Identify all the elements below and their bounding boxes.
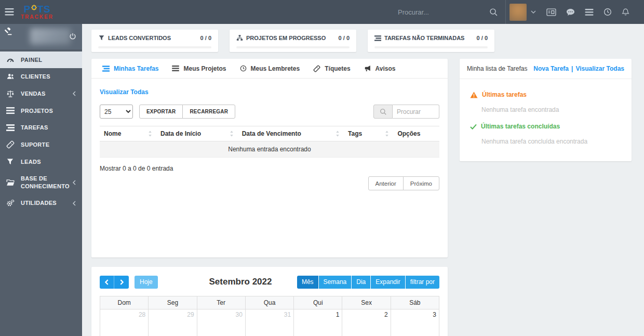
sidebar-item-base-de-conhecimento[interactable]: BASE DE CONHECIMENTO (0, 170, 82, 195)
tab-meus-lembretes[interactable]: Meus Lembretes (233, 59, 307, 78)
table-info-text: Mostrar 0 a 0 de 0 entrada (100, 165, 439, 172)
calendar-day-cell[interactable]: 30 (197, 309, 246, 336)
global-search-input[interactable] (398, 8, 486, 16)
power-icon[interactable] (69, 33, 76, 40)
chevron-left-icon (73, 91, 76, 96)
new-task-link[interactable]: Nova Tarefa (533, 65, 569, 72)
sidebar-item-label: CLIENTES (21, 73, 50, 80)
export-button[interactable]: EXPORTAR (139, 105, 183, 119)
column-header-data-de-inicio[interactable]: Data de Início (156, 126, 238, 141)
view-filter-button[interactable]: filtrar por (406, 276, 439, 289)
chevron-down-icon[interactable] (531, 10, 536, 14)
card-leads-convertidos: LEADS CONVERTIDOS 0 / 0 (91, 30, 218, 52)
next-page-button[interactable]: Próximo (403, 176, 439, 190)
weekday-header: Dom (100, 296, 149, 309)
logo-text-right: TS (37, 4, 50, 14)
tab-minhas-tarefas[interactable]: Minhas Tarefas (96, 59, 165, 78)
view-month-button[interactable]: Mês (297, 276, 319, 289)
chevron-left-icon (73, 180, 76, 185)
completed-tasks-title: Últimas tarefas concluídas (481, 123, 560, 130)
gavel-icon (4, 28, 12, 35)
logo-text-left: P (24, 4, 31, 14)
table-empty-row: Nenhuma entrada encontrado (100, 141, 439, 158)
funnel-icon (98, 35, 105, 41)
view-expand-button[interactable]: Expandir (371, 276, 405, 289)
previous-page-button[interactable]: Anterior (368, 176, 404, 190)
users-icon (6, 73, 15, 80)
tab-label: Minhas Tarefas (114, 65, 158, 72)
panel-title: Minha lista de Tarefas (467, 65, 528, 72)
latest-tasks-title: Últimas tarefas (482, 91, 527, 98)
clock-icon (240, 65, 247, 72)
sidebar-item-label: SUPORTE (21, 141, 49, 148)
weekday-header: Sáb (391, 296, 439, 309)
chevron-right-icon (120, 279, 124, 285)
topbar-divider (505, 0, 506, 24)
progress-bar (98, 46, 211, 48)
calendar-day-cell[interactable]: 29 (149, 309, 197, 336)
column-header-nome[interactable]: Nome (100, 126, 156, 141)
weekday-header: Qua (246, 296, 294, 309)
tab-tiquetes[interactable]: Tíquetes (306, 59, 357, 78)
ticket-icon (6, 140, 15, 149)
calendar-day-cell[interactable]: 2 (342, 309, 391, 336)
sidebar-item-tarefas[interactable]: TAREFAS (0, 119, 82, 136)
page-size-select[interactable]: 25 (100, 105, 133, 119)
user-avatar[interactable] (509, 4, 527, 21)
gears-icon (6, 199, 15, 207)
sidebar-item-label: PROJETOS (21, 107, 53, 114)
sidebar-item-utilidades[interactable]: UTILIDADES (0, 195, 82, 212)
my-task-list-panel: Minha lista de Tarefas Nova Tarefa | Vis… (460, 59, 632, 161)
sidebar-item-projetos[interactable]: PROJETOS (0, 102, 82, 119)
sidebar-item-label: UTILIDADES (21, 199, 57, 206)
calendar-prev-button[interactable] (100, 276, 114, 289)
tab-label: Meus Lembretes (251, 65, 300, 72)
sidebar-item-vendas[interactable]: VENDAS (0, 85, 82, 102)
today-button[interactable]: Hoje (135, 276, 158, 289)
sidebar-item-painel[interactable]: PAINEL (0, 51, 82, 68)
view-all-tasks-link[interactable]: Visualizar Todas (575, 65, 624, 72)
calendar-next-button[interactable] (114, 276, 129, 289)
sidebar-item-clientes[interactable]: CLIENTES (0, 68, 82, 85)
progress-bar (374, 46, 488, 48)
table-search-button[interactable] (373, 105, 393, 119)
calendar-day-cell[interactable]: 3 (391, 309, 439, 336)
folder-icon (6, 179, 15, 186)
chat-icon[interactable] (566, 8, 575, 16)
reload-button[interactable]: RECARREGAR (182, 105, 235, 119)
id-card-icon[interactable] (546, 8, 556, 16)
funnel-icon (6, 158, 15, 165)
weekday-header: Qui (294, 296, 342, 309)
bell-icon[interactable] (622, 8, 629, 16)
link-divider: | (571, 65, 573, 72)
menu-toggle-icon[interactable] (5, 8, 14, 16)
tab-label: Avisos (375, 65, 396, 72)
tasks-icon (374, 35, 381, 41)
tab-avisos[interactable]: Avisos (357, 59, 403, 78)
sidebar-item-label: LEADS (21, 158, 41, 165)
search-icon[interactable] (489, 8, 498, 17)
tab-meus-projetos[interactable]: Meus Projetos (165, 59, 233, 78)
sidebar-item-label: BASE DE CONHECIMENTO (21, 175, 73, 190)
sidebar-item-suporte[interactable]: SUPORTE (0, 136, 82, 153)
calendar-day-cell[interactable]: 31 (246, 309, 294, 336)
calendar-day-cell[interactable]: 28 (100, 309, 149, 336)
view-day-button[interactable]: Dia (352, 276, 371, 289)
table-search-input[interactable] (393, 105, 439, 119)
list-icon (6, 107, 15, 114)
logo-subtext: TRACKER (21, 15, 53, 20)
card-value: 0 / 0 (339, 35, 350, 41)
weekday-header: Sex (342, 296, 391, 309)
clock-icon[interactable] (603, 8, 612, 16)
tab-label: Meus Projetos (183, 65, 226, 72)
view-week-button[interactable]: Semana (319, 276, 352, 289)
column-header-tags[interactable]: Tags (344, 126, 393, 141)
sidebar-item-leads[interactable]: LEADS (0, 153, 82, 170)
column-header-data-de-vencimento[interactable]: Data de Vencimento (238, 126, 344, 141)
tasks-icon (102, 66, 110, 72)
calendar-day-cell[interactable]: 1 (294, 309, 342, 336)
view-all-link[interactable]: Visualizar Todas (100, 88, 149, 96)
app-logo[interactable]: P TS TRACKER (21, 4, 53, 20)
list-icon (172, 66, 179, 71)
menu-bars-icon[interactable] (585, 9, 594, 16)
